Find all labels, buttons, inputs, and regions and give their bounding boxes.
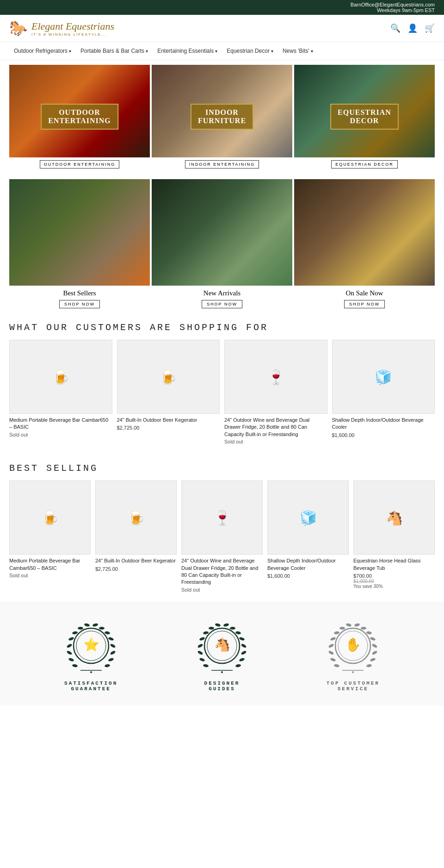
product-thumb: 🍺 (117, 340, 220, 414)
svg-point-35 (239, 657, 245, 662)
badge-customer-service-title: TOP CUSTOMERSERVICE (327, 681, 380, 692)
feature-newarrivals-label: New Arrivals (152, 289, 292, 297)
bestselling-product-3[interactable]: 🍷 24" Outdoor Wine and Beverage Dual Dra… (181, 481, 263, 593)
account-icon[interactable]: 👤 (407, 23, 418, 33)
category-indoor[interactable]: INDOORFURNITURE INDOOR ENTERTAINING (152, 65, 292, 172)
business-hours: Weekdays 9am-5pm EST (377, 7, 435, 13)
svg-point-25 (215, 623, 221, 627)
product-price: $2,725.00 (117, 425, 220, 431)
bestselling-section-title: BEST SELLING (0, 454, 444, 478)
svg-point-1 (68, 637, 74, 641)
nav-item-news[interactable]: News 'Bits' ▾ (278, 46, 318, 56)
product-price: $1,600.00 (267, 573, 349, 579)
svg-point-55 (372, 650, 378, 655)
product-thumb: 🍷 (224, 340, 327, 414)
category-outdoor[interactable]: OUTDOORENTERTAINING OUTDOOR ENTERTAINING (9, 65, 150, 172)
svg-point-24 (209, 627, 214, 630)
svg-point-32 (199, 657, 205, 662)
search-icon[interactable]: 🔍 (390, 23, 401, 33)
svg-point-54 (334, 664, 340, 668)
shopping-products-grid: 🍺 Medium Portable Beverage Bar Cambar650… (0, 337, 444, 454)
product-name: Shallow Depth Indoor/Outdoor Beverage Co… (267, 557, 349, 572)
featured-grid: Best Sellers SHOP NOW New Arrivals SHOP … (0, 172, 444, 313)
customer-service-badge-icon: ✋ (323, 616, 383, 676)
shopping-product-1[interactable]: 🍺 Medium Portable Beverage Bar Cambar650… (9, 340, 112, 444)
horse-icon: 🐎 (9, 19, 28, 37)
feature-bestsellers-btn[interactable]: SHOP NOW (59, 300, 100, 308)
header-icons: 🔍 👤 🛒 (390, 23, 435, 33)
cart-icon[interactable]: 🛒 (425, 23, 435, 33)
feature-newarrivals[interactable]: New Arrivals SHOP NOW (152, 179, 292, 313)
designer-badge-icon: 🐴 (192, 616, 252, 676)
product-savings: You save 30% (353, 584, 435, 589)
shopping-product-4[interactable]: 🧊 Shallow Depth Indoor/Outdoor Beverage … (332, 340, 435, 444)
svg-point-8 (99, 627, 105, 630)
svg-point-23 (203, 631, 209, 635)
svg-point-31 (197, 650, 203, 655)
product-name: Equestrian Horse Head Glass Beverage Tub (353, 557, 435, 572)
chevron-down-icon: ▾ (271, 49, 273, 54)
svg-point-48 (370, 637, 376, 641)
chevron-down-icon: ▾ (311, 49, 313, 54)
logo-area[interactable]: 🐎 Elegant Equestrians It's a Winning Lif… (9, 19, 114, 37)
bestselling-product-2[interactable]: 🍺 24" Built-In Outdoor Beer Kegerator $2… (95, 481, 177, 593)
svg-point-53 (330, 657, 336, 662)
svg-point-0 (66, 643, 72, 648)
product-price: $700.00 (353, 573, 435, 579)
category-grid: OUTDOORENTERTAINING OUTDOOR ENTERTAINING… (0, 60, 444, 172)
product-name: 24" Built-In Outdoor Beer Kegerator (117, 417, 220, 424)
svg-point-5 (110, 643, 116, 648)
shopping-product-3[interactable]: 🍷 24" Outdoor Wine and Beverage Dual Dra… (224, 340, 327, 444)
product-name: Shallow Depth Indoor/Outdoor Beverage Co… (332, 417, 435, 431)
feature-onsale-btn[interactable]: SHOP NOW (344, 300, 385, 308)
product-thumb: 🍺 (9, 481, 91, 555)
nav-item-entertaining[interactable]: Entertaining Essentials ▾ (153, 46, 222, 56)
product-name: 24" Outdoor Wine and Beverage Dual Drawe… (181, 557, 263, 586)
chevron-down-icon: ▾ (69, 49, 71, 54)
svg-point-50 (361, 627, 366, 630)
product-thumb: 🧊 (267, 481, 349, 555)
category-equestrian[interactable]: EQUESTRIANDECOR EQUESTRIAN DECOR (294, 65, 435, 172)
feature-bestsellers[interactable]: Best Sellers SHOP NOW (9, 179, 150, 313)
svg-point-27 (239, 637, 245, 641)
badge-satisfaction-title: SATISFACTIONGUARANTEE (64, 681, 117, 692)
bestselling-product-4[interactable]: 🧊 Shallow Depth Indoor/Outdoor Beverage … (267, 481, 349, 593)
logo-sub: It's a Winning Lifestyle... (31, 32, 114, 37)
product-thumb: 🍷 (181, 481, 263, 555)
badge-customer-service: ✋ TOP CUSTOMERSERVICE (290, 616, 416, 692)
svg-text:🐴: 🐴 (214, 637, 230, 652)
svg-point-2 (72, 631, 78, 635)
svg-point-56 (370, 657, 376, 662)
svg-point-22 (199, 637, 205, 641)
svg-text:✋: ✋ (345, 637, 361, 652)
nav-item-portable-bars[interactable]: Portable Bars & Bar Carts ▾ (76, 46, 153, 56)
feature-onsale[interactable]: On Sale Now SHOP NOW (294, 179, 435, 313)
svg-point-28 (235, 631, 241, 635)
svg-point-15 (104, 664, 110, 668)
contact-email: BarnOffice@ElegantEquestrians.com (351, 2, 435, 7)
product-thumb: 🐴 (353, 481, 435, 555)
svg-point-47 (372, 643, 378, 648)
category-btn-outdoor[interactable]: OUTDOOR ENTERTAINING (40, 160, 120, 169)
feature-bestsellers-label: Best Sellers (9, 289, 150, 297)
chevron-down-icon: ▾ (146, 49, 148, 54)
svg-point-45 (339, 627, 345, 630)
top-bar: BarnOffice@ElegantEquestrians.com Weekda… (0, 0, 444, 15)
category-overlay-equestrian: EQUESTRIANDECOR (330, 104, 399, 130)
product-name: Medium Portable Beverage Bar Cambar650 –… (9, 417, 112, 431)
bestselling-product-5[interactable]: 🐴 Equestrian Horse Head Glass Beverage T… (353, 481, 435, 593)
nav-item-outdoor-refrigerators[interactable]: Outdoor Refrigerators ▾ (9, 46, 76, 56)
svg-point-20 (90, 671, 92, 673)
product-status: Sold out (224, 439, 327, 444)
feature-newarrivals-btn[interactable]: SHOP NOW (202, 300, 242, 308)
svg-point-7 (104, 631, 110, 635)
product-thumb: 🍺 (9, 340, 112, 414)
category-btn-equestrian[interactable]: EQUESTRIAN DECOR (331, 160, 398, 169)
bestselling-product-1[interactable]: 🍺 Medium Portable Beverage Bar Cambar650… (9, 481, 91, 593)
product-thumb: 🧊 (332, 340, 435, 414)
category-btn-indoor[interactable]: INDOOR ENTERTAINING (185, 160, 259, 169)
shopping-product-2[interactable]: 🍺 24" Built-In Outdoor Beer Kegerator $2… (117, 340, 220, 444)
nav-item-equestrian-decor[interactable]: Equestrian Decor ▾ (222, 46, 278, 56)
svg-point-51 (354, 623, 360, 627)
svg-point-44 (334, 631, 340, 635)
